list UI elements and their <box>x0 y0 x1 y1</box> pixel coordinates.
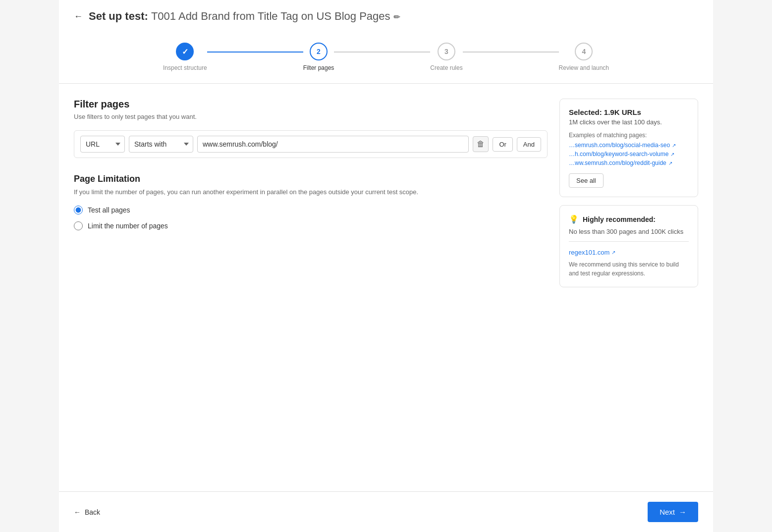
recommended-card: 💡 Highly recommended: No less than 300 p… <box>559 205 698 287</box>
filter-section-subtitle: Use filters to only test pages that you … <box>74 113 548 120</box>
step-line-3-4 <box>463 52 559 53</box>
rec-description: We recommend using this service to build… <box>569 260 689 278</box>
regex-external-icon: ↗ <box>611 250 615 255</box>
back-arrow-icon: ← <box>74 508 81 516</box>
rec-card-header: 💡 Highly recommended: <box>569 214 689 224</box>
title-test-name: T001 Add Brand from Title Tag on US Blog… <box>151 10 390 22</box>
regex-link[interactable]: regex101.com ↗ <box>569 249 615 256</box>
content-right: Selected: 1.9K URLs 1M clicks over the l… <box>559 99 698 477</box>
filter-field-select[interactable]: URL Title Meta <box>80 136 125 153</box>
external-link-icon-1: ↗ <box>672 143 676 148</box>
selected-urls-title: Selected: 1.9K URLs <box>569 108 689 116</box>
page-footer: ← Back Next → <box>59 491 713 532</box>
filter-delete-button[interactable]: 🗑 <box>473 136 489 152</box>
example-link-2[interactable]: …h.com/blog/keyword-search-volume ↗ <box>569 151 689 158</box>
step-3-label: Create rules <box>430 64 462 71</box>
title-prefix: Set up test: <box>89 10 148 22</box>
step-3-number: 3 <box>444 48 448 55</box>
filter-condition-select[interactable]: Starts with Contains Ends with Equals Re… <box>129 136 193 153</box>
stepper-container: ✓ Inspect structure 2 Filter pages 3 Cre… <box>59 33 713 84</box>
trash-icon: 🗑 <box>477 140 485 149</box>
step-1: ✓ Inspect structure <box>163 43 207 71</box>
see-all-button[interactable]: See all <box>569 173 604 188</box>
step-2: 2 Filter pages <box>303 43 334 71</box>
page-title: Set up test: T001 Add Brand from Title T… <box>89 10 400 23</box>
external-link-icon-2: ↗ <box>670 152 674 157</box>
filter-section: Filter pages Use filters to only test pa… <box>74 99 548 158</box>
step-1-check: ✓ <box>182 47 188 56</box>
limitation-subtitle: If you limit the number of pages, you ca… <box>74 188 548 196</box>
example-link-3-text: …ww.semrush.com/blog/reddit-guide <box>569 160 666 166</box>
step-line-2-3 <box>334 52 430 53</box>
radio-test-all[interactable]: Test all pages <box>74 206 548 214</box>
filter-and-button[interactable]: And <box>517 137 541 152</box>
filter-section-title: Filter pages <box>74 99 548 110</box>
external-link-icon-3: ↗ <box>668 160 672 166</box>
lightbulb-icon: 💡 <box>569 214 579 224</box>
next-button[interactable]: Next → <box>648 502 698 522</box>
page-limitation-section: Page Limitation If you limit the number … <box>74 174 548 230</box>
radio-test-all-input[interactable] <box>74 206 83 214</box>
next-button-label: Next <box>660 508 675 516</box>
filter-value-input[interactable] <box>197 136 469 153</box>
step-2-circle: 2 <box>310 43 328 60</box>
example-link-2-text: …h.com/blog/keyword-search-volume <box>569 151 668 158</box>
filter-row: URL Title Meta Starts with Contains Ends… <box>74 130 548 158</box>
step-4-label: Review and launch <box>559 64 609 71</box>
step-4-circle: 4 <box>575 43 593 60</box>
rec-text: No less than 300 pages and 100K clicks <box>569 228 689 235</box>
step-2-number: 2 <box>317 48 321 55</box>
limitation-title: Page Limitation <box>74 174 548 184</box>
step-1-label: Inspect structure <box>163 64 207 71</box>
step-3-circle: 3 <box>438 43 455 60</box>
radio-limit-pages[interactable]: Limit the number of pages <box>74 221 548 230</box>
step-1-circle: ✓ <box>176 43 194 60</box>
selected-urls-card: Selected: 1.9K URLs 1M clicks over the l… <box>559 99 698 197</box>
back-button[interactable]: ← Back <box>74 508 100 516</box>
content-left: Filter pages Use filters to only test pa… <box>74 99 548 477</box>
page-header: ← Set up test: T001 Add Brand from Title… <box>59 0 713 33</box>
examples-label: Examples of matching pages: <box>569 132 689 139</box>
rec-divider <box>569 241 689 242</box>
example-link-1[interactable]: …semrush.com/blog/social-media-seo ↗ <box>569 142 689 149</box>
example-link-1-text: …semrush.com/blog/social-media-seo <box>569 142 670 149</box>
step-2-label: Filter pages <box>303 64 334 71</box>
selected-clicks-subtitle: 1M clicks over the last 100 days. <box>569 118 689 126</box>
step-3: 3 Create rules <box>430 43 462 71</box>
next-arrow-icon: → <box>679 508 686 516</box>
stepper: ✓ Inspect structure 2 Filter pages 3 Cre… <box>163 43 609 71</box>
rec-title: Highly recommended: <box>583 215 656 223</box>
filter-or-button[interactable]: Or <box>493 137 512 152</box>
step-4: 4 Review and launch <box>559 43 609 71</box>
radio-limit-pages-input[interactable] <box>74 221 83 230</box>
header-back-arrow[interactable]: ← <box>74 11 83 22</box>
radio-test-all-label: Test all pages <box>88 206 130 214</box>
step-4-number: 4 <box>582 48 586 55</box>
step-line-1-2 <box>207 52 303 53</box>
radio-limit-pages-label: Limit the number of pages <box>88 222 168 230</box>
edit-icon[interactable]: ✏ <box>393 13 400 21</box>
main-content: Filter pages Use filters to only test pa… <box>59 84 713 491</box>
example-link-3[interactable]: …ww.semrush.com/blog/reddit-guide ↗ <box>569 160 689 166</box>
back-button-label: Back <box>85 508 100 516</box>
regex-link-text: regex101.com <box>569 249 609 256</box>
